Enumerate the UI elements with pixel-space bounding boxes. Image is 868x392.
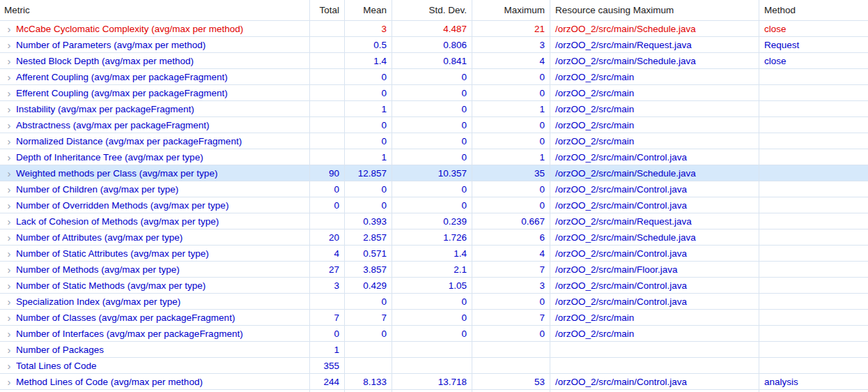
table-row[interactable]: › McCabe Cyclomatic Complexity (avg/max …: [0, 21, 868, 37]
metric-cell[interactable]: › Method Lines of Code (avg/max per meth…: [0, 374, 310, 389]
table-row[interactable]: › Number of Interfaces (avg/max per pack…: [0, 326, 868, 342]
method-cell: [759, 310, 868, 325]
expand-chevron-icon[interactable]: ›: [4, 184, 14, 195]
metric-cell[interactable]: › McCabe Cyclomatic Complexity (avg/max …: [0, 21, 310, 36]
metric-cell[interactable]: › Number of Methods (avg/max per type): [0, 262, 310, 277]
metric-cell[interactable]: › Number of Interfaces (avg/max per pack…: [0, 326, 310, 341]
expand-chevron-icon[interactable]: ›: [4, 104, 14, 114]
total-cell: 0: [310, 326, 345, 341]
expand-chevron-icon[interactable]: ›: [4, 168, 14, 179]
expand-chevron-icon[interactable]: ›: [4, 361, 14, 371]
metric-cell[interactable]: › Number of Parameters (avg/max per meth…: [0, 37, 310, 52]
method-cell: [759, 294, 868, 309]
expand-chevron-icon[interactable]: ›: [4, 248, 14, 259]
table-row[interactable]: › Total Lines of Code 355: [0, 358, 868, 374]
table-row[interactable]: › Efferent Coupling (avg/max per package…: [0, 85, 868, 101]
column-header-total[interactable]: Total: [310, 0, 345, 20]
expand-chevron-icon[interactable]: ›: [4, 136, 14, 146]
metric-cell[interactable]: › Total Lines of Code: [0, 358, 310, 373]
expand-chevron-icon[interactable]: ›: [4, 24, 14, 34]
expand-chevron-icon[interactable]: ›: [4, 377, 14, 387]
expand-chevron-icon[interactable]: ›: [4, 88, 14, 98]
stddev-cell: [392, 342, 472, 357]
expand-chevron-icon[interactable]: ›: [4, 56, 14, 66]
column-header-stddev[interactable]: Std. Dev.: [392, 0, 472, 20]
column-header-method[interactable]: Method: [759, 0, 868, 20]
expand-chevron-icon[interactable]: ›: [4, 296, 14, 307]
metric-cell[interactable]: › Weighted methods per Class (avg/max pe…: [0, 165, 310, 181]
table-row[interactable]: › Number of Children (avg/max per type) …: [0, 181, 868, 197]
table-row[interactable]: › Depth of Inheritance Tree (avg/max per…: [0, 149, 868, 165]
expand-chevron-icon[interactable]: ›: [4, 152, 14, 163]
table-row[interactable]: › Afferent Coupling (avg/max per package…: [0, 69, 868, 85]
expand-chevron-icon[interactable]: ›: [4, 345, 14, 355]
metric-cell[interactable]: › Number of Children (avg/max per type): [0, 181, 310, 197]
metric-cell[interactable]: › Number of Overridden Methods (avg/max …: [0, 197, 310, 213]
expand-chevron-icon[interactable]: ›: [4, 264, 14, 275]
table-row[interactable]: › Specialization Index (avg/max per type…: [0, 294, 868, 310]
mean-cell: [345, 342, 392, 357]
resource-cell: /orzOO_2/src/main/Control.java: [550, 181, 759, 197]
mean-cell: 0: [345, 85, 392, 100]
expand-chevron-icon[interactable]: ›: [4, 40, 14, 50]
stddev-cell: 0: [392, 133, 472, 149]
metric-cell[interactable]: › Number of Classes (avg/max per package…: [0, 310, 310, 325]
expand-chevron-icon[interactable]: ›: [4, 232, 14, 243]
expand-chevron-icon[interactable]: ›: [4, 329, 14, 339]
table-row[interactable]: › Number of Packages 1: [0, 342, 868, 358]
expand-chevron-icon[interactable]: ›: [4, 200, 14, 211]
mean-cell: 1: [345, 149, 392, 165]
metric-cell[interactable]: › Efferent Coupling (avg/max per package…: [0, 85, 310, 100]
metric-cell[interactable]: › Normalized Distance (avg/max per packa…: [0, 133, 310, 149]
table-row[interactable]: › Number of Methods (avg/max per type) 2…: [0, 262, 868, 278]
expand-chevron-icon[interactable]: ›: [4, 216, 14, 227]
metric-cell[interactable]: › Lack of Cohesion of Methods (avg/max p…: [0, 213, 310, 229]
column-header-maximum[interactable]: Maximum: [472, 0, 550, 20]
expand-chevron-icon[interactable]: ›: [4, 120, 14, 130]
method-cell: [759, 342, 868, 357]
metric-label: Nested Block Depth (avg/max per method): [16, 56, 194, 66]
maximum-cell: 21: [472, 21, 550, 36]
maximum-cell: [472, 342, 550, 357]
table-row[interactable]: › Instability (avg/max per packageFragme…: [0, 101, 868, 117]
resource-cell: /orzOO_2/src/main: [550, 85, 759, 100]
mean-cell: 0: [345, 181, 392, 197]
metric-label: McCabe Cyclomatic Complexity (avg/max pe…: [16, 24, 243, 34]
table-row[interactable]: › Nested Block Depth (avg/max per method…: [0, 53, 868, 69]
table-row[interactable]: › Method Lines of Code (avg/max per meth…: [0, 374, 868, 390]
resource-cell: /orzOO_2/src/main: [550, 310, 759, 325]
table-row[interactable]: › Abstractness (avg/max per packageFragm…: [0, 117, 868, 133]
metric-cell[interactable]: › Number of Attributes (avg/max per type…: [0, 229, 310, 245]
expand-chevron-icon[interactable]: ›: [4, 312, 14, 323]
metric-cell[interactable]: › Number of Packages: [0, 342, 310, 357]
maximum-cell: 4: [472, 53, 550, 68]
column-header-mean[interactable]: Mean: [345, 0, 392, 20]
metric-cell[interactable]: › Nested Block Depth (avg/max per method…: [0, 53, 310, 68]
stddev-cell: 0: [392, 117, 472, 133]
table-row[interactable]: › Number of Static Methods (avg/max per …: [0, 278, 868, 294]
method-cell: [759, 181, 868, 197]
metric-cell[interactable]: › Afferent Coupling (avg/max per package…: [0, 69, 310, 84]
table-row[interactable]: › Number of Classes (avg/max per package…: [0, 310, 868, 326]
table-row[interactable]: › Normalized Distance (avg/max per packa…: [0, 133, 868, 149]
table-row[interactable]: › Number of Attributes (avg/max per type…: [0, 229, 868, 246]
table-row[interactable]: › Number of Parameters (avg/max per meth…: [0, 37, 868, 53]
metric-cell[interactable]: › Instability (avg/max per packageFragme…: [0, 101, 310, 116]
metric-cell[interactable]: › Specialization Index (avg/max per type…: [0, 294, 310, 309]
expand-chevron-icon[interactable]: ›: [4, 72, 14, 82]
table-row[interactable]: › Weighted methods per Class (avg/max pe…: [0, 165, 868, 181]
table-row[interactable]: › Number of Static Attributes (avg/max p…: [0, 246, 868, 262]
column-header-metric[interactable]: Metric: [0, 0, 310, 20]
total-cell: [310, 149, 345, 165]
table-row[interactable]: › Number of Overridden Methods (avg/max …: [0, 197, 868, 213]
metric-cell[interactable]: › Depth of Inheritance Tree (avg/max per…: [0, 149, 310, 165]
resource-cell: /orzOO_2/src/main/Control.java: [550, 197, 759, 213]
total-cell: 0: [310, 181, 345, 197]
metric-cell[interactable]: › Number of Static Methods (avg/max per …: [0, 278, 310, 293]
metric-label: Total Lines of Code: [16, 361, 97, 371]
table-row[interactable]: › Lack of Cohesion of Methods (avg/max p…: [0, 213, 868, 229]
metric-cell[interactable]: › Number of Static Attributes (avg/max p…: [0, 246, 310, 261]
column-header-resource[interactable]: Resource causing Maximum: [550, 0, 759, 20]
expand-chevron-icon[interactable]: ›: [4, 280, 14, 291]
metric-cell[interactable]: › Abstractness (avg/max per packageFragm…: [0, 117, 310, 133]
